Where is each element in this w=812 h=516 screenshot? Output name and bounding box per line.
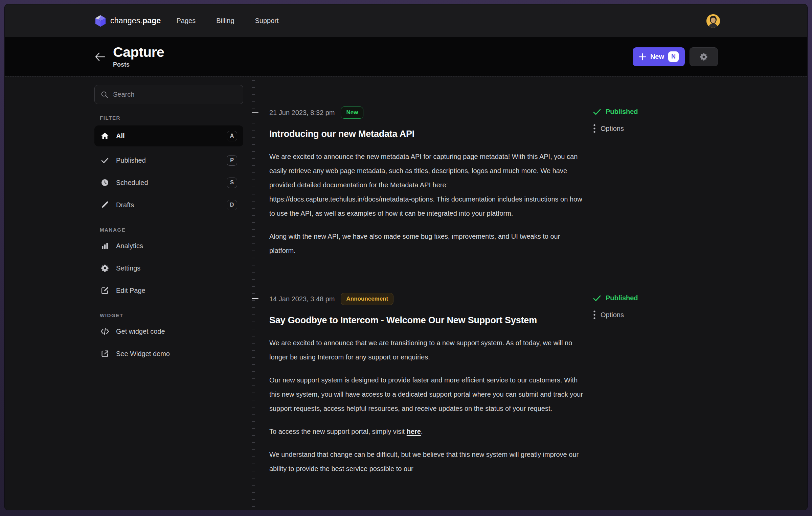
page-title: Capture — [113, 45, 164, 60]
sidebar-item-all[interactable]: All A — [94, 125, 243, 146]
sidebar-item-published[interactable]: Published P — [94, 152, 243, 169]
user-avatar[interactable] — [706, 14, 720, 28]
post-date: 21 Jun 2023, 8:32 pm — [269, 109, 335, 117]
sidebar-item-analytics[interactable]: Analytics — [94, 237, 243, 254]
page-header: Capture Posts New N — [5, 37, 807, 76]
back-button[interactable] — [95, 52, 105, 61]
kbd-badge: A — [227, 131, 237, 141]
kbd-badge: D — [227, 200, 237, 210]
external-link-icon — [100, 350, 109, 358]
clock-icon — [100, 179, 109, 187]
app-window: changes.page Pages Billing Support Captu… — [4, 4, 808, 510]
post-paragraph: We are excited to announce the new metad… — [269, 149, 586, 220]
filter-section-label: FILTER — [100, 115, 243, 121]
post-options-button[interactable]: Options — [593, 124, 695, 133]
post-status: Published — [593, 294, 695, 302]
ellipsis-vertical-icon — [593, 124, 596, 133]
content-area: FILTER All A Published P — [5, 76, 807, 510]
published-check-icon — [593, 109, 601, 115]
post-options-button[interactable]: Options — [593, 310, 695, 320]
nav-links: Pages Billing Support — [176, 14, 299, 28]
widget-section-label: WIDGET — [100, 312, 243, 318]
brand-name: changes.page — [110, 16, 161, 25]
support-portal-link[interactable]: here — [407, 428, 421, 435]
search-box[interactable] — [94, 85, 243, 104]
post-title[interactable]: Introducing our new Metadata API — [269, 129, 807, 139]
sidebar-item-see-widget-demo[interactable]: See Widget demo — [94, 345, 243, 362]
new-button-kbd: N — [668, 51, 679, 62]
plus-icon — [639, 53, 646, 61]
sidebar: FILTER All A Published P — [94, 85, 243, 368]
ellipsis-vertical-icon — [593, 310, 596, 320]
home-icon — [100, 132, 109, 140]
brand-logo[interactable]: changes.page — [95, 15, 161, 27]
check-icon — [100, 156, 109, 164]
manage-section-label: MANAGE — [100, 227, 243, 233]
back-arrow-icon — [95, 52, 105, 61]
sidebar-item-get-widget-code[interactable]: Get widget code — [94, 323, 243, 340]
post-paragraph: We understand that change can be difficu… — [269, 447, 586, 476]
search-input[interactable] — [113, 91, 237, 98]
post-tag-badge: New — [341, 107, 363, 119]
post-paragraph: Along with the new API, we have also mad… — [269, 229, 586, 258]
nav-link-support[interactable]: Support — [255, 14, 279, 28]
post-title[interactable]: Say Goodbye to Intercom - Welcome Our Ne… — [269, 315, 807, 326]
new-button-label: New — [650, 53, 664, 61]
kbd-badge: S — [227, 178, 237, 188]
code-icon — [100, 328, 109, 335]
sidebar-item-edit-page[interactable]: Edit Page — [94, 282, 243, 299]
sidebar-item-settings[interactable]: Settings — [94, 260, 243, 277]
edit-square-icon — [100, 286, 109, 295]
gear-icon — [100, 264, 109, 272]
post-date: 14 Jan 2023, 3:48 pm — [269, 295, 335, 303]
post-paragraph: We are excited to announce that we are t… — [269, 336, 586, 364]
kbd-badge: P — [227, 155, 237, 166]
post-status: Published — [593, 108, 695, 116]
pencil-icon — [100, 201, 109, 209]
post-paragraph: To access the new support portal, simply… — [269, 424, 586, 439]
post-tag-badge: Announcement — [341, 293, 393, 305]
cube-logo-icon — [95, 15, 106, 27]
sidebar-item-drafts[interactable]: Drafts D — [94, 196, 243, 213]
search-icon — [101, 91, 108, 98]
post-item: 14 Jan 2023, 3:48 pm Announcement Say Go… — [269, 293, 807, 476]
page-settings-button[interactable] — [690, 47, 718, 66]
page-subtitle: Posts — [113, 61, 164, 68]
post-paragraph: Our new support system is designed to pr… — [269, 373, 586, 416]
sidebar-item-scheduled[interactable]: Scheduled S — [94, 174, 243, 191]
post-item: 21 Jun 2023, 8:32 pm New Introducing our… — [269, 107, 807, 258]
gear-icon — [700, 53, 708, 61]
top-nav: changes.page Pages Billing Support — [5, 4, 807, 37]
bar-chart-icon — [100, 242, 109, 250]
posts-timeline: 21 Jun 2023, 8:32 pm New Introducing our… — [252, 77, 807, 510]
published-check-icon — [593, 295, 601, 302]
nav-link-billing[interactable]: Billing — [216, 14, 234, 28]
nav-link-pages[interactable]: Pages — [176, 14, 196, 28]
new-post-button[interactable]: New N — [633, 47, 685, 66]
